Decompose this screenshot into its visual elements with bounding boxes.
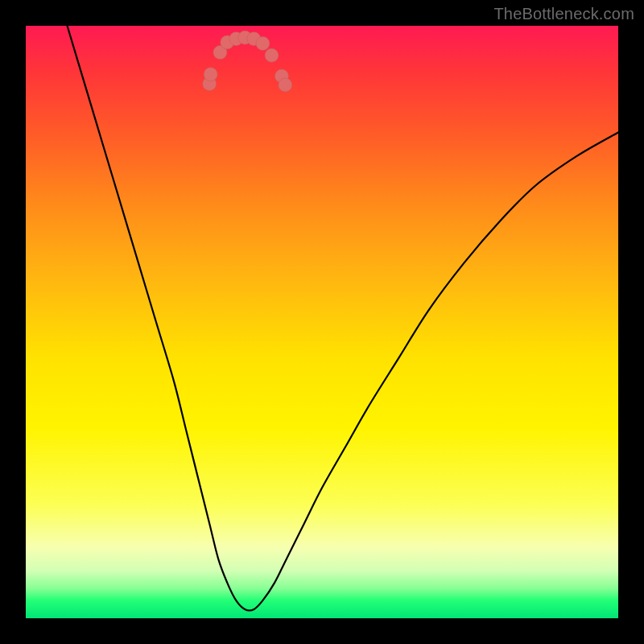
curve-layer — [26, 26, 618, 618]
curve-marker — [265, 48, 279, 62]
bottleneck-curve — [68, 26, 618, 610]
plot-area — [26, 26, 618, 618]
chart-frame: TheBottleneck.com — [0, 0, 644, 644]
curve-marker — [256, 37, 270, 51]
curve-marker — [279, 78, 292, 92]
curve-markers — [203, 31, 292, 92]
watermark-text: TheBottleneck.com — [493, 5, 634, 23]
curve-marker — [204, 68, 217, 81]
